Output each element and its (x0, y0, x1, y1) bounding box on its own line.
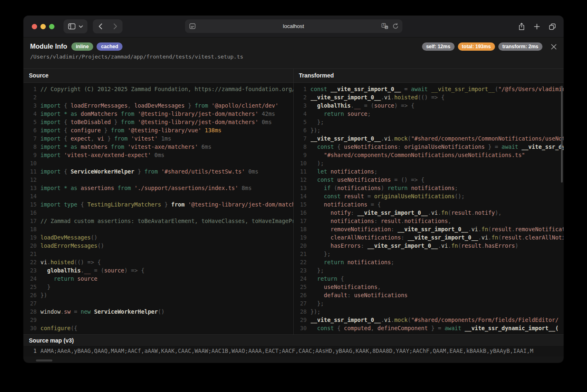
code-line: 9import 'vitest-axe/extend-expect' 0ms (24, 151, 293, 159)
transformed-code[interactable]: 1const __vite_ssr_import_0__ = await __v… (294, 83, 564, 334)
code-line: 26 default: useNotifications (294, 291, 564, 299)
line-number: 10 (294, 159, 307, 167)
line-number: 10 (24, 159, 37, 167)
svg-text:A: A (382, 23, 385, 27)
toolbar-right-actions (518, 23, 556, 31)
history-nav (93, 19, 123, 33)
code-line: 16 (24, 209, 293, 217)
code-line: 13import * as assertions from './support… (24, 184, 293, 192)
code-line: 20 hasErrors: __vite_ssr_import_0__.vi.f… (294, 242, 564, 250)
reload-icon[interactable] (392, 23, 398, 29)
code-line: 14 const result = originalUseNotificatio… (294, 192, 564, 200)
translate-icon[interactable]: A a (381, 23, 388, 29)
code-line: 25 } (24, 283, 293, 291)
line-number: 1 (294, 85, 307, 93)
sidebar-toggle-button[interactable] (64, 19, 87, 33)
code-line: 27 }; (294, 299, 564, 307)
chevron-right-icon (113, 23, 117, 29)
code-line: 2__vite_ssr_import_0__.vi.hoisted(() => … (294, 93, 564, 101)
code-line: 4 return source; (294, 110, 564, 118)
line-number: 9 (294, 151, 307, 159)
close-button[interactable] (551, 44, 557, 50)
code-line: 2 (24, 93, 293, 101)
line-number: 28 (24, 307, 37, 316)
traffic-light-close[interactable] (32, 24, 37, 29)
line-number: 19 (24, 233, 37, 242)
code-line: 6}); (294, 126, 564, 134)
code-line: 17// Zammad custom assertions: toBeAvata… (24, 217, 293, 225)
timing-badge-transform: transform: 2ms (498, 42, 542, 51)
code-line: 9 "#shared/components/CommonNotification… (294, 151, 564, 159)
code-line: 22vi.hoisted(() => { (24, 258, 293, 266)
sourcemap-title: Source map (v3) (24, 334, 563, 346)
tabs-overview-icon (549, 23, 556, 30)
code-line: 21 }; (294, 250, 564, 258)
transformed-panel-title: Transformed (294, 69, 564, 83)
share-button[interactable] (518, 23, 525, 31)
browser-window: localhost A a (24, 16, 563, 363)
horizontal-scrollbar[interactable] (36, 359, 52, 361)
module-badges: inlinecached (71, 42, 123, 51)
code-line: 20loadErrorMessages() (24, 242, 293, 250)
line-number: 8 (24, 143, 37, 151)
code-line: 17 notifications: result.notifications, (294, 217, 564, 225)
code-line: 19 clearAllNotifications: __vite_ssr_imp… (294, 233, 564, 242)
module-path: /Users/vladimir/Projects/zammad/app/fron… (30, 54, 557, 60)
tabs-overview-button[interactable] (549, 23, 556, 30)
code-line: 1// Copyright (C) 2012-2025 Zammad Found… (24, 85, 293, 93)
url-field[interactable]: localhost A a (185, 19, 402, 33)
line-number: 1 (24, 347, 37, 355)
timing-badge-total: total: 193ms (458, 42, 495, 51)
code-line: 15 notifications = { (294, 200, 564, 209)
new-tab-button[interactable] (534, 23, 540, 30)
line-number: 25 (294, 283, 307, 291)
line-number: 22 (294, 258, 307, 266)
line-number: 13 (24, 184, 37, 192)
code-line: 28window.sw = new ServiceWorkerHelper() (24, 307, 293, 316)
line-number: 15 (24, 200, 37, 209)
code-line: 25 useNotifications, (294, 283, 564, 291)
back-button[interactable] (93, 19, 108, 33)
line-number: 14 (24, 192, 37, 200)
vertical-scrollbar[interactable] (561, 86, 563, 183)
traffic-light-zoom[interactable] (49, 24, 54, 29)
line-number: 17 (24, 217, 37, 225)
close-icon (551, 44, 557, 50)
source-code[interactable]: 1// Copyright (C) 2012-2025 Zammad Found… (24, 83, 293, 334)
reader-icon[interactable] (189, 23, 196, 29)
line-number: 7 (294, 134, 307, 143)
line-number: 2 (294, 93, 307, 101)
line-number: 7 (24, 134, 37, 143)
code-line: 23 }; (294, 266, 564, 275)
line-number: 29 (24, 316, 37, 324)
forward-button[interactable] (108, 19, 123, 33)
traffic-light-minimize[interactable] (40, 24, 46, 29)
line-number: 5 (24, 118, 37, 126)
code-line: 23 globalThis.__ = (source) => { (24, 266, 293, 275)
code-line: 14 (24, 192, 293, 200)
line-number: 5 (294, 118, 307, 126)
code-line: 6import { configure } from '@testing-lib… (24, 126, 293, 134)
line-number: 19 (294, 233, 307, 242)
page-title: Module Info (30, 43, 67, 50)
code-line: 22 return notifications; (294, 258, 564, 266)
code-line: 12 const useNotifications = () => { (294, 176, 564, 184)
code-line: 7__vite_ssr_import_0__.vi.mock("#shared/… (294, 134, 564, 143)
line-number: 22 (24, 258, 37, 266)
module-info-header: Module Info inlinecached self: 12mstotal… (24, 38, 563, 68)
line-number: 4 (24, 110, 37, 118)
plus-icon (534, 23, 540, 30)
line-number: 14 (294, 192, 307, 200)
code-line: 29__vite_ssr_import_0__.vi.mock("#shared… (294, 316, 564, 324)
code-line: 11import { ServiceWorkerHelper } from '#… (24, 167, 293, 176)
line-number: 30 (24, 324, 37, 332)
sourcemap-code[interactable]: 1AAMA;AAeA,yBAAG,QAAQ,MAAM;AACf,aAAW,KAA… (24, 346, 563, 357)
code-line: 24 return source (24, 275, 293, 283)
sourcemap-section: Source map (v3) 1AAMA;AAeA,yBAAG,QAAQ,MA… (24, 334, 563, 357)
timing-badges: self: 12mstotal: 193mstransform: 2ms (422, 42, 542, 51)
code-line: 13 if (notifications) return notificatio… (294, 184, 564, 192)
line-number: 30 (294, 324, 307, 332)
line-number: 20 (24, 242, 37, 250)
line-number: 29 (294, 316, 307, 324)
line-number: 8 (294, 143, 307, 151)
